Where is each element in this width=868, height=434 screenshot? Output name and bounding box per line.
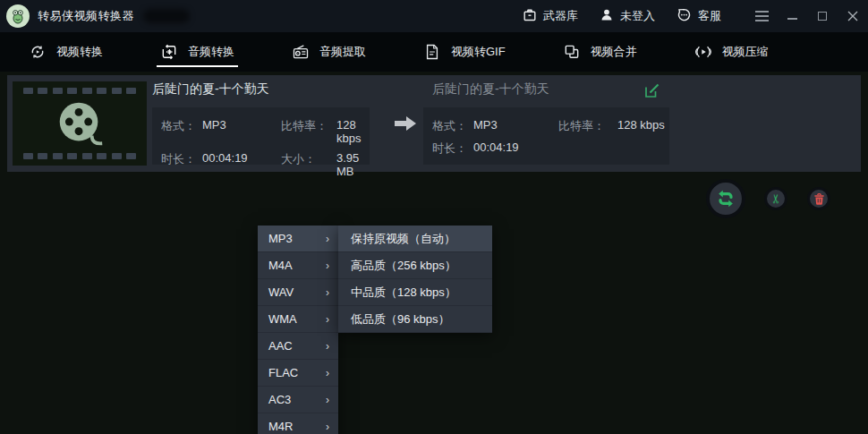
output-filename: 后陡门的夏-十个勤天 xyxy=(432,81,549,98)
quality-item-auto[interactable]: 保持原视频（自动） xyxy=(338,226,492,252)
support-button[interactable]: 客服 xyxy=(666,0,732,32)
tab-label: 音频转换 xyxy=(188,44,234,60)
format-menu-item-aac[interactable]: AAC › xyxy=(258,333,338,360)
format-menu-item-ac3[interactable]: AC3 › xyxy=(258,387,338,413)
app-title: 转易侠视频转换器 xyxy=(38,8,134,24)
login-label: 未登入 xyxy=(620,8,655,24)
chat-bubble-icon xyxy=(677,7,692,25)
chevron-right-icon: › xyxy=(326,367,329,379)
delete-button[interactable] xyxy=(807,187,830,210)
quality-item-high[interactable]: 高品质（256 kbps） xyxy=(338,252,492,279)
close-button[interactable] xyxy=(838,0,868,32)
source-filename: 后陡门的夏-十个勤天 xyxy=(152,81,269,98)
toolbox-icon xyxy=(523,8,537,25)
chevron-right-icon: › xyxy=(326,260,329,272)
tab-label: 视频压缩 xyxy=(722,44,769,60)
quality-item-low[interactable]: 低品质（96 kbps） xyxy=(338,306,492,333)
output-info-panel: 格式： MP3 比特率： 128 kbps 时长： 00:04:19 xyxy=(423,107,669,165)
format-label: WMA xyxy=(268,312,297,326)
tab-label: 视频转GIF xyxy=(451,44,506,60)
arsenal-button[interactable]: 武器库 xyxy=(512,0,589,32)
format-menu-item-mp3[interactable]: MP3 › xyxy=(258,226,338,252)
format-menu-item-wav[interactable]: WAV › xyxy=(258,279,338,306)
chevron-right-icon: › xyxy=(326,421,329,433)
format-value: MP3 xyxy=(473,118,558,134)
format-label: 格式： xyxy=(161,118,202,145)
bitrate-value: 128 kbps xyxy=(336,118,370,145)
cut-button[interactable]: ✂ xyxy=(764,187,787,210)
duration-label: 时长： xyxy=(432,140,473,157)
merge-icon xyxy=(563,43,581,61)
tab-video-convert[interactable]: 视频转换 xyxy=(25,32,106,72)
radio-icon xyxy=(292,43,310,61)
size-label: 大小： xyxy=(281,151,336,178)
minimize-icon xyxy=(787,18,797,20)
size-value: 3.95 MB xyxy=(336,151,370,178)
format-label: 格式： xyxy=(432,118,473,134)
tab-audio-extract[interactable]: 音频提取 xyxy=(288,32,370,72)
format-menu-item-wma[interactable]: WMA › xyxy=(258,306,338,333)
tab-video-merge[interactable]: 视频合并 xyxy=(559,32,641,72)
titlebar: 转易侠视频转换器 武器库 未登入 xyxy=(0,0,868,32)
tab-video-compress[interactable]: 视频压缩 xyxy=(691,32,772,72)
format-label: FLAC xyxy=(268,366,298,379)
maximize-button[interactable] xyxy=(807,0,838,32)
blurred-version-area xyxy=(143,9,190,23)
chevron-right-icon: › xyxy=(326,233,329,245)
quality-submenu: 保持原视频（自动） 高品质（256 kbps） 中品质（128 kbps） 低品… xyxy=(338,226,492,333)
format-menu-item-m4r[interactable]: M4R › xyxy=(258,413,338,434)
chevron-right-icon: › xyxy=(326,286,329,299)
quality-item-medium[interactable]: 中品质（128 kbps） xyxy=(338,279,492,306)
film-reel-icon xyxy=(52,96,107,151)
arsenal-label: 武器库 xyxy=(543,8,578,24)
user-icon xyxy=(600,8,614,25)
login-button[interactable]: 未登入 xyxy=(589,0,666,32)
format-label: WAV xyxy=(268,285,294,299)
hamburger-icon xyxy=(755,11,769,21)
tab-label: 视频合并 xyxy=(591,44,637,60)
tab-label: 音频提取 xyxy=(319,44,366,60)
filmstrip-holes-bottom xyxy=(13,153,147,166)
duration-value: 00:04:19 xyxy=(473,140,558,157)
video-convert-icon xyxy=(29,43,47,61)
tab-label: 视频转换 xyxy=(56,44,103,60)
quality-label: 低品质（96 kbps） xyxy=(351,311,450,328)
close-icon xyxy=(847,11,858,21)
quality-label: 中品质（128 kbps） xyxy=(351,285,456,301)
format-label: AC3 xyxy=(268,393,291,406)
swap-arrows-icon xyxy=(714,187,737,210)
maximize-icon xyxy=(818,12,827,21)
tab-audio-convert[interactable]: 音频转换 xyxy=(157,32,238,72)
duration-value: 00:04:19 xyxy=(202,151,281,178)
support-label: 客服 xyxy=(698,8,721,24)
format-menu-item-flac[interactable]: FLAC › xyxy=(258,360,338,387)
format-label: MP3 xyxy=(268,232,293,245)
minimize-button[interactable] xyxy=(777,0,807,32)
tabbar: 视频转换 音频转换 音频提取 xyxy=(0,32,868,72)
convert-button[interactable] xyxy=(706,179,745,218)
compress-icon xyxy=(694,43,712,61)
filmstrip-holes-top xyxy=(13,81,147,94)
file-thumbnail xyxy=(13,81,147,166)
format-label: M4R xyxy=(268,420,293,433)
menu-button[interactable] xyxy=(746,0,777,32)
format-menu-item-m4a[interactable]: M4A › xyxy=(258,252,338,279)
chevron-right-icon: › xyxy=(326,313,329,326)
forward-arrow-icon xyxy=(394,115,417,132)
tab-video-to-gif[interactable]: 视频转GIF xyxy=(420,32,509,72)
gif-file-icon xyxy=(423,43,441,61)
audio-convert-icon xyxy=(160,43,178,61)
format-label: AAC xyxy=(268,339,293,353)
format-value: MP3 xyxy=(202,118,281,145)
edit-icon xyxy=(643,82,660,99)
quality-label: 保持原视频（自动） xyxy=(351,231,455,247)
rename-button[interactable] xyxy=(643,82,661,100)
trash-icon xyxy=(813,192,825,205)
scissors-icon: ✂ xyxy=(770,193,782,204)
bitrate-label: 比特率： xyxy=(558,118,617,134)
app-logo-icon xyxy=(6,4,30,28)
duration-label: 时长： xyxy=(161,151,202,178)
quality-label: 高品质（256 kbps） xyxy=(351,258,456,274)
chevron-right-icon: › xyxy=(326,394,329,406)
chevron-right-icon: › xyxy=(326,340,329,353)
